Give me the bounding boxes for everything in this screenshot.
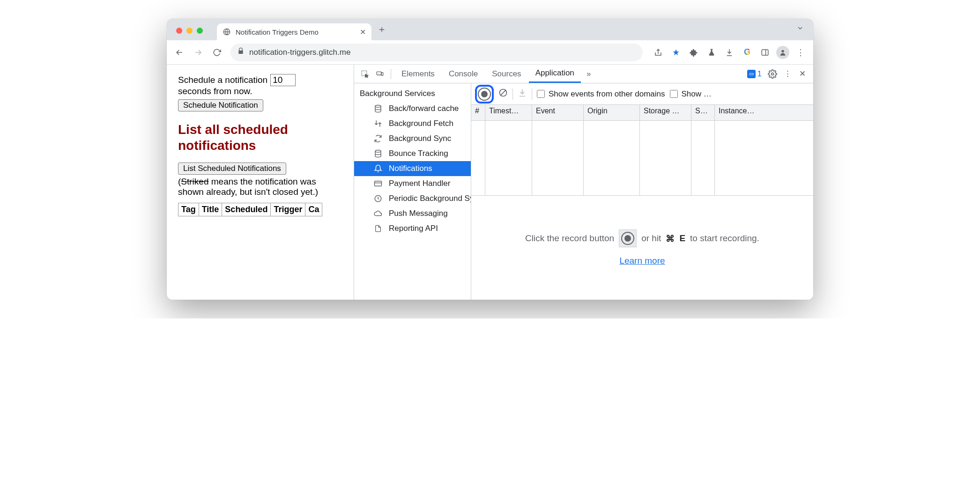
browser-tab[interactable]: Notification Triggers Demo ✕ [217, 23, 371, 40]
labs-flask-icon[interactable] [704, 44, 720, 60]
overflow-menu-icon[interactable]: ⋮ [793, 44, 809, 60]
share-icon[interactable] [650, 44, 666, 60]
shortcut-symbol: ⌘ [666, 233, 675, 244]
sidebar-label: Periodic Background Sync [389, 194, 471, 203]
settings-gear-icon[interactable] [765, 65, 780, 83]
sidebar-item-periodic[interactable]: Periodic Background Sync [354, 191, 471, 206]
col-scheduled: Scheduled [222, 203, 271, 216]
record-button-highlight [475, 85, 494, 104]
events-table-body [471, 121, 813, 196]
sidebar-item-bgsync[interactable]: Background Sync [354, 131, 471, 146]
sidebar-category: Background Services [354, 87, 471, 101]
content-area: Schedule a notification seconds from now… [167, 65, 813, 300]
col-title: Title [199, 203, 222, 216]
new-tab-button[interactable]: ＋ [377, 23, 386, 36]
svg-rect-5 [381, 72, 383, 75]
tab-console[interactable]: Console [442, 65, 484, 83]
empty-state: Click the record button or hit ⌘ E to st… [471, 196, 813, 300]
empty-text-1: Click the record button [525, 233, 614, 244]
learn-more-link[interactable]: Learn more [619, 256, 665, 266]
list-notifications-button[interactable]: List Scheduled Notifications [178, 163, 286, 175]
sidebar-label: Reporting API [389, 224, 438, 233]
clock-icon [373, 193, 383, 204]
inspect-element-icon[interactable] [358, 65, 372, 83]
sidebar-item-bounce[interactable]: Bounce Tracking [354, 146, 471, 161]
record-button-inline[interactable] [619, 229, 637, 247]
issues-badge[interactable]: ▭ 1 [744, 69, 765, 79]
tabs-dropdown-icon[interactable] [796, 24, 804, 34]
device-toolbar-icon[interactable] [373, 65, 387, 83]
record-button[interactable] [478, 88, 491, 101]
checkbox-input[interactable] [670, 90, 678, 98]
schedule-notification-button[interactable]: Schedule Notification [178, 99, 263, 111]
col-instance[interactable]: Instance… [715, 105, 813, 120]
svg-rect-1 [762, 50, 768, 55]
bookmark-star-icon[interactable]: ★ [668, 44, 684, 60]
sidebar-label: Back/forward cache [389, 104, 459, 113]
lock-icon [237, 47, 245, 57]
svg-point-8 [375, 150, 381, 153]
sidebar-label: Payment Handler [389, 179, 450, 188]
back-button[interactable] [171, 44, 187, 60]
seconds-input[interactable] [270, 74, 296, 86]
tab-elements[interactable]: Elements [395, 65, 441, 83]
maximize-window-button[interactable] [197, 28, 203, 34]
database-icon [373, 104, 383, 114]
col-origin[interactable]: Origin [584, 105, 640, 120]
col-storage[interactable]: Storage … [640, 105, 691, 120]
minimize-window-button[interactable] [186, 28, 193, 34]
downloads-icon[interactable] [721, 44, 737, 60]
profile-avatar[interactable] [775, 44, 791, 60]
sidebar-item-push[interactable]: Push Messaging [354, 206, 471, 221]
sidebar-label: Background Fetch [389, 119, 453, 128]
card-icon [373, 178, 383, 189]
col-index[interactable]: # [471, 105, 485, 120]
file-icon [373, 223, 383, 234]
notifications-toolbar: Show events from other domains Show … [471, 83, 813, 105]
svg-point-6 [772, 73, 774, 75]
checkbox-label: Show … [682, 89, 712, 99]
sidebar-item-bfcache[interactable]: Back/forward cache [354, 101, 471, 116]
save-icon[interactable] [518, 88, 527, 100]
close-devtools-icon[interactable]: ✕ [795, 65, 809, 83]
note-striked: Striked [181, 177, 208, 186]
sidebar-item-notifications[interactable]: Notifications [354, 161, 471, 176]
devtools-menu-icon[interactable]: ⋮ [780, 65, 794, 83]
shortcut-key: E [679, 233, 685, 244]
show-truncated-checkbox[interactable]: Show … [670, 89, 712, 99]
forward-button[interactable] [190, 44, 206, 60]
tab-sources[interactable]: Sources [485, 65, 527, 83]
col-truncated: Ca [305, 203, 322, 216]
svg-rect-9 [375, 181, 382, 186]
col-timestamp[interactable]: Timest… [485, 105, 532, 120]
col-s[interactable]: S… [691, 105, 715, 120]
address-bar[interactable]: notification-triggers.glitch.me [230, 44, 643, 61]
sidebar-item-reporting[interactable]: Reporting API [354, 221, 471, 236]
svg-point-2 [781, 50, 784, 52]
show-other-domains-checkbox[interactable]: Show events from other domains [537, 89, 665, 99]
svg-point-7 [375, 105, 381, 108]
window-controls [176, 28, 203, 34]
checkbox-label: Show events from other domains [549, 89, 665, 99]
more-tabs-icon[interactable]: » [582, 65, 596, 83]
side-panel-icon[interactable] [757, 44, 773, 60]
clear-icon[interactable] [498, 88, 508, 100]
tab-strip: Notification Triggers Demo ✕ ＋ [167, 19, 813, 40]
google-icon[interactable]: G [739, 44, 755, 60]
extensions-icon[interactable] [686, 44, 702, 60]
devtools-panel: Elements Console Sources Application » ▭… [354, 65, 813, 300]
sidebar-item-payment[interactable]: Payment Handler [354, 176, 471, 191]
devtools-tab-bar: Elements Console Sources Application » ▭… [354, 65, 813, 83]
transfer-icon [373, 118, 383, 129]
close-window-button[interactable] [176, 28, 182, 34]
tab-application[interactable]: Application [529, 65, 581, 83]
sidebar-item-bgfetch[interactable]: Background Fetch [354, 116, 471, 131]
reload-button[interactable] [209, 44, 225, 60]
devtools-main: Show events from other domains Show … # … [471, 83, 813, 300]
checkbox-input[interactable] [537, 90, 545, 98]
browser-window: Notification Triggers Demo ✕ ＋ notificat… [167, 19, 813, 300]
col-event[interactable]: Event [532, 105, 584, 120]
close-tab-icon[interactable]: ✕ [360, 28, 366, 37]
sync-icon [373, 133, 383, 144]
page-heading: List all scheduled notifications [178, 122, 342, 153]
